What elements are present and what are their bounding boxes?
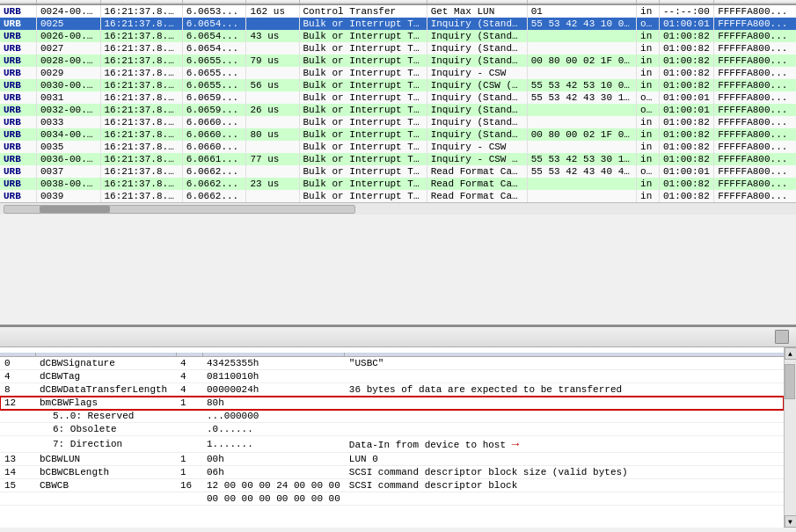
table-row[interactable]: URB002516:21:37.8...6.0654...Bulk or Int… <box>0 18 796 30</box>
horizontal-scrollbar[interactable] <box>0 202 796 215</box>
da-row[interactable]: 00 00 00 00 00 00 00 00 <box>0 492 784 506</box>
da-cell: Data-In from device to host → <box>345 436 784 453</box>
da-row[interactable]: 15CBWCB1612 00 00 00 24 00 00 00SCSI com… <box>0 479 784 492</box>
table-cell: 6.0654... <box>182 42 246 55</box>
table-cell: 01:00:01 <box>659 18 713 30</box>
da-cell: 4 <box>176 370 202 383</box>
da-row[interactable]: 0dCBWSignature443425355h"USBC" <box>0 357 784 370</box>
table-cell: Bulk or Interrupt Transf... <box>299 79 427 91</box>
table-cell: URB <box>0 190 36 202</box>
da-row[interactable]: 5..0: Reserved...000000 <box>0 410 784 423</box>
da-cell: ...000000 <box>202 410 345 423</box>
da-row[interactable]: 14bCBWCBLength106hSCSI command descripto… <box>0 466 784 479</box>
da-cell: 36 bytes of data are expected to be tran… <box>345 383 784 397</box>
table-cell: in <box>637 128 660 141</box>
da-scroll-up-button[interactable]: ▲ <box>785 347 797 360</box>
table-cell: in <box>637 79 660 91</box>
table-cell: 0030-00... <box>36 79 100 91</box>
table-cell: 6.0659... <box>182 91 246 104</box>
table-cell: 79 us <box>246 55 299 67</box>
da-row[interactable]: 4dCBWTag408110010h <box>0 370 784 383</box>
da-scroll-thumb[interactable] <box>785 364 795 399</box>
table-cell: URB <box>0 153 36 165</box>
table-row[interactable]: URB003916:21:37.8...6.0662...Bulk or Int… <box>0 190 796 202</box>
table-cell: 55 53 42 43 30 16 ... <box>527 91 636 104</box>
table-cell: 00 80 00 02 1F 00 ... <box>527 55 636 67</box>
da-cell: bmCBWFlags <box>35 397 176 410</box>
table-cell: 6.0655... <box>182 67 246 79</box>
table-cell: 55 53 42 53 10 00 ... <box>527 79 636 91</box>
table-cell: FFFFFA800... <box>714 4 796 18</box>
table-row[interactable]: URB0032-00...16:21:37.8...6.0659...26 us… <box>0 104 796 116</box>
da-row[interactable]: 6: Obsolete.0...... <box>0 423 784 436</box>
table-cell: 6.0653... <box>182 4 246 18</box>
table-row[interactable]: URB0026-00...16:21:37.8...6.0654...43 us… <box>0 30 796 42</box>
packet-tbody: URB0024-00...16:21:37.8...6.0653...162 u… <box>0 4 796 202</box>
table-cell: Inquiry (Standar... <box>427 30 527 42</box>
table-row[interactable]: URB003116:21:37.8...6.0659...Bulk or Int… <box>0 91 796 104</box>
da-content: 0dCBWSignature443425355h"USBC"4dCBWTag40… <box>0 347 796 528</box>
table-cell: 6.0660... <box>182 141 246 153</box>
da-cell: "USBC" <box>345 357 784 370</box>
table-cell: Bulk or Interrupt Transf... <box>299 18 427 30</box>
table-cell: 01:00:82 <box>659 116 713 128</box>
scroll-track[interactable] <box>4 205 355 214</box>
table-cell: in <box>637 42 660 55</box>
table-row[interactable]: URB002716:21:37.8...6.0654...Bulk or Int… <box>0 42 796 55</box>
da-cell: 5..0: Reserved <box>35 410 176 423</box>
da-row[interactable]: 13bCBWLUN100hLUN 0 <box>0 453 784 466</box>
table-cell: Inquiry (Standar... <box>427 91 527 104</box>
table-cell <box>527 116 636 128</box>
table-cell: 16:21:37.8... <box>100 190 182 202</box>
table-cell: 6.0662... <box>182 165 246 178</box>
table-cell: 01:00:82 <box>659 178 713 190</box>
scroll-thumb[interactable] <box>40 206 110 213</box>
da-cell <box>176 436 202 453</box>
table-row[interactable]: URB003716:21:37.8...6.0662...Bulk or Int… <box>0 165 796 178</box>
table-row[interactable]: URB0036-00...16:21:37.8...6.0661...77 us… <box>0 153 796 165</box>
table-row[interactable]: URB003316:21:37.8...6.0660...Bulk or Int… <box>0 116 796 128</box>
table-cell: FFFFFA800... <box>714 153 796 165</box>
da-scroll-down-button[interactable]: ▼ <box>785 515 797 528</box>
table-row[interactable]: URB003516:21:37.8...6.0660...Bulk or Int… <box>0 141 796 153</box>
da-cell <box>176 423 202 436</box>
da-scrollbar[interactable]: ▲ ▼ <box>784 347 796 528</box>
table-row[interactable]: URB0038-00...16:21:37.8...6.0662...23 us… <box>0 178 796 190</box>
table-cell: 01 <box>527 4 636 18</box>
da-row[interactable]: 8dCBWDataTransferLength400000024h36 byte… <box>0 383 784 397</box>
table-cell: 0032-00... <box>36 104 100 116</box>
da-row[interactable]: 12bmCBWFlags180h <box>0 397 784 410</box>
table-cell <box>246 190 299 202</box>
table-row[interactable]: URB0024-00...16:21:37.8...6.0653...162 u… <box>0 4 796 18</box>
table-row[interactable]: URB0034-00...16:21:37.8...6.0660...80 us… <box>0 128 796 141</box>
table-row[interactable]: URB0030-00...16:21:37.8...6.0655...56 us… <box>0 79 796 91</box>
table-cell: 0024-00... <box>36 4 100 18</box>
table-row[interactable]: URB002916:21:37.8...6.0655...Bulk or Int… <box>0 67 796 79</box>
da-cell: .0...... <box>202 423 345 436</box>
da-cell: 80h <box>202 397 345 410</box>
table-cell: 6.0661... <box>182 153 246 165</box>
table-cell: 55 53 42 43 40 41 ... <box>527 165 636 178</box>
table-cell: in <box>637 178 660 190</box>
table-cell <box>527 42 636 55</box>
da-cell: 00 00 00 00 00 00 00 00 <box>202 492 345 506</box>
table-cell: FFFFFA800... <box>714 42 796 55</box>
da-cell: 1....... <box>202 436 345 453</box>
table-cell: 01:00:82 <box>659 30 713 42</box>
table-cell <box>527 67 636 79</box>
da-cell <box>35 492 176 506</box>
table-cell: 16:21:37.8... <box>100 141 182 153</box>
table-cell: 16:21:37.8... <box>100 128 182 141</box>
da-row[interactable]: 7: Direction1.......Data-In from device … <box>0 436 784 453</box>
table-cell: Bulk or Interrupt Transf... <box>299 91 427 104</box>
table-cell: 16:21:37.8... <box>100 42 182 55</box>
da-close-button[interactable] <box>775 330 789 344</box>
da-scroll-track[interactable] <box>785 360 797 515</box>
table-row[interactable]: URB0028-00...16:21:37.8...6.0655...79 us… <box>0 55 796 67</box>
table-cell: FFFFFA800... <box>714 18 796 30</box>
table-cell <box>246 91 299 104</box>
table-cell: 6.0660... <box>182 116 246 128</box>
da-cell <box>345 397 784 410</box>
da-cell: dCBWTag <box>35 370 176 383</box>
table-cell: 77 us <box>246 153 299 165</box>
